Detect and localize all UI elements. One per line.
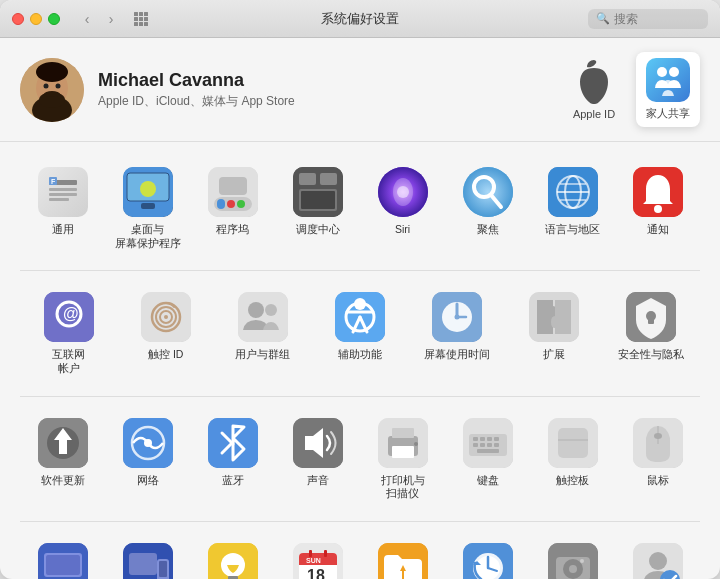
search-icon: 🔍	[596, 12, 610, 25]
startup-item[interactable]: 启动磁盘	[530, 534, 615, 579]
users-icon	[238, 292, 288, 342]
close-button[interactable]	[12, 13, 24, 25]
forward-button[interactable]: ›	[100, 8, 122, 30]
extensions-item[interactable]: 扩展	[506, 283, 603, 383]
display-item[interactable]: 显示器	[20, 534, 105, 579]
svg-rect-41	[301, 191, 335, 209]
svg-rect-100	[473, 443, 478, 447]
trackpad-icon-box	[547, 417, 599, 469]
mission-control-label: 调度中心	[296, 223, 340, 237]
profile-info: Michael Cavanna Apple ID、iCloud、媒体与 App …	[98, 70, 562, 110]
accessibility-icon	[335, 292, 385, 342]
trackpad-item[interactable]: 触控板	[530, 409, 615, 509]
language-item[interactable]: 语言与地区	[530, 158, 615, 258]
security-item[interactable]: 安全性与隐私	[603, 283, 700, 383]
network-item[interactable]: 网络	[105, 409, 190, 509]
search-input[interactable]	[614, 12, 694, 26]
profile-section: Michael Cavanna Apple ID、iCloud、媒体与 App …	[0, 38, 720, 142]
security-icon	[626, 292, 676, 342]
security-icon-box	[625, 291, 677, 343]
bluetooth-label: 蓝牙	[222, 474, 244, 488]
siri-icon	[378, 167, 428, 217]
dock-icon-box	[207, 166, 259, 218]
svg-rect-119	[159, 561, 167, 577]
handoff-item[interactable]: 随航	[105, 534, 190, 579]
maximize-button[interactable]	[48, 13, 60, 25]
desktop-item[interactable]: 桌面与屏幕保护程序	[105, 158, 190, 258]
svg-point-86	[144, 439, 152, 447]
svg-rect-1	[139, 12, 143, 16]
section-2: @ 互联网帐户	[20, 283, 700, 396]
update-item[interactable]: 软件更新	[20, 409, 105, 509]
battery-item[interactable]: 节能	[190, 534, 275, 579]
language-label: 语言与地区	[545, 223, 600, 237]
profiles-item[interactable]: 描述文件	[615, 534, 700, 579]
touchid-item[interactable]: 触控 ID	[117, 283, 214, 383]
keyboard-icon-box	[462, 417, 514, 469]
touchid-icon	[141, 292, 191, 342]
screentime-item[interactable]: 屏幕使用时间	[409, 283, 506, 383]
sound-item[interactable]: 声音	[275, 409, 360, 509]
timemachine-item[interactable]: 时间机器	[445, 534, 530, 579]
accessibility-item[interactable]: 辅助功能	[311, 283, 408, 383]
startup-icon	[548, 543, 598, 579]
svg-point-55	[654, 205, 662, 213]
mission-control-item[interactable]: 调度中心	[275, 158, 360, 258]
update-label: 软件更新	[41, 474, 85, 488]
svg-rect-25	[49, 198, 69, 201]
users-item[interactable]: 用户与群组	[214, 283, 311, 383]
svg-point-44	[397, 186, 409, 198]
printer-item[interactable]: 打印机与扫描仪	[360, 409, 445, 509]
internet-item[interactable]: @ 互联网帐户	[20, 283, 117, 383]
apple-id-button[interactable]: Apple ID	[562, 54, 626, 126]
svg-rect-131	[324, 550, 327, 557]
svg-text:18: 18	[307, 567, 325, 579]
svg-rect-38	[299, 173, 316, 185]
family-sharing-button[interactable]: 家人共享	[636, 52, 700, 127]
family-icon	[646, 58, 690, 102]
datetime-item[interactable]: 18 SUN 日期与时间	[275, 534, 360, 579]
sound-icon-box	[292, 417, 344, 469]
keyboard-item[interactable]: 键盘	[445, 409, 530, 509]
svg-point-146	[649, 552, 667, 570]
notification-label: 通知	[647, 223, 669, 237]
bluetooth-item[interactable]: 蓝牙	[190, 409, 275, 509]
datetime-icon-box: 18 SUN	[292, 542, 344, 579]
search-box[interactable]: 🔍	[588, 9, 708, 29]
timemachine-icon	[463, 543, 513, 579]
svg-point-63	[164, 315, 168, 319]
general-item[interactable]: F 通用	[20, 158, 105, 258]
svg-rect-2	[144, 12, 148, 16]
svg-point-110	[654, 433, 662, 439]
svg-rect-33	[217, 199, 225, 209]
printer-label: 打印机与扫描仪	[381, 474, 425, 501]
internet-icon-box: @	[43, 291, 95, 343]
users-label: 用户与群组	[235, 348, 290, 362]
svg-rect-101	[480, 443, 485, 447]
svg-rect-97	[480, 437, 485, 441]
back-button[interactable]: ‹	[76, 8, 98, 30]
grid-view-button[interactable]	[128, 8, 154, 30]
handoff-icon-box	[122, 542, 174, 579]
profile-actions: Apple ID 家人共享	[562, 52, 700, 127]
language-icon	[548, 167, 598, 217]
mouse-item[interactable]: 鼠标	[615, 409, 700, 509]
siri-item[interactable]: Siri	[360, 158, 445, 258]
svg-rect-104	[477, 449, 499, 453]
dock-item[interactable]: 程序坞	[190, 158, 275, 258]
timemachine-icon-box	[462, 542, 514, 579]
notification-item[interactable]: 通知	[615, 158, 700, 258]
spotlight-item[interactable]: 聚焦	[445, 158, 530, 258]
svg-rect-4	[139, 17, 143, 21]
minimize-button[interactable]	[30, 13, 42, 25]
svg-rect-8	[144, 22, 148, 26]
svg-rect-7	[139, 22, 143, 26]
svg-point-16	[44, 91, 60, 97]
trackpad-label: 触控板	[556, 474, 589, 488]
svg-point-14	[56, 83, 61, 88]
sharing-icon	[378, 543, 428, 579]
sharing-item[interactable]: 共享	[360, 534, 445, 579]
apple-id-label: Apple ID	[573, 108, 615, 120]
extensions-icon	[529, 292, 579, 342]
sound-icon	[293, 418, 343, 468]
